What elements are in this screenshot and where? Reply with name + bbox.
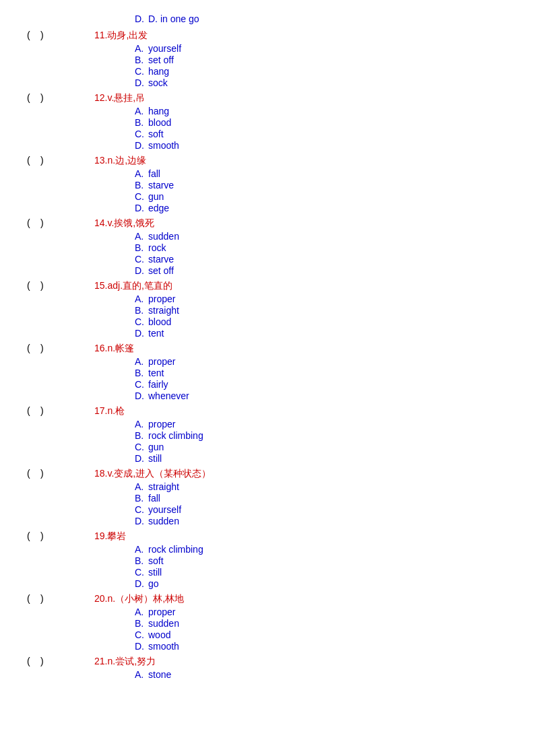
- option-letter-17-0: A.: [135, 419, 148, 429]
- option-line-11-2: C. hang: [27, 66, 508, 77]
- question-block-21: ()21.n. 尝试,努力A. stone: [27, 656, 508, 680]
- option-letter-12-3: D.: [135, 140, 148, 151]
- option-text-15-3: tent: [148, 328, 164, 339]
- option-letter-20-2: C.: [135, 629, 148, 640]
- option-text-11-1: set off: [148, 55, 174, 65]
- question-line-14: ()14.v. 挨饿,饿死: [27, 217, 508, 230]
- option-line-13-1: B. starve: [27, 180, 508, 191]
- option-letter-14-3: D.: [135, 265, 148, 276]
- question-number-15: 15.adj.: [94, 280, 123, 291]
- option-text-18-3: sudden: [148, 516, 179, 526]
- option-line-14-0: A. sudden: [27, 231, 508, 242]
- option-line-20-0: A. proper: [27, 607, 508, 617]
- question-number-18: 18.v.: [94, 468, 114, 479]
- option-line-20-1: B. sudden: [27, 618, 508, 629]
- option-letter-14-2: C.: [135, 254, 148, 265]
- question-chinese-11: 动身,出发: [107, 30, 148, 42]
- option-line-16-3: D. whenever: [27, 390, 508, 401]
- question-chinese-12: 悬挂,吊: [114, 92, 145, 104]
- question-chinese-21: 尝试,努力: [115, 656, 156, 668]
- question-chinese-15: 直的,笔直的: [123, 280, 172, 292]
- question-chinese-18: 变成,进入（某种状态）: [114, 468, 211, 480]
- option-letter-14-1: B.: [135, 242, 148, 253]
- option-text-20-2: wood: [148, 629, 170, 640]
- option-line-20-2: C. wood: [27, 629, 508, 640]
- option-line-19-2: C. still: [27, 567, 508, 578]
- option-text-13-2: gun: [148, 191, 164, 202]
- question-chinese-20: （小树）林,林地: [115, 593, 184, 605]
- option-line-17-0: A. proper: [27, 419, 508, 429]
- option-line-20-3: D. smooth: [27, 641, 508, 652]
- paren-left-19: (: [27, 530, 40, 541]
- option-letter-20-3: D.: [135, 641, 148, 652]
- question-block-17: ()17.n. 枪A. properB. rock climbingC. gun…: [27, 405, 508, 464]
- option-line-14-2: C. starve: [27, 254, 508, 265]
- option-letter-15-0: A.: [135, 294, 148, 304]
- option-text-19-1: soft: [148, 555, 164, 566]
- option-text-11-0: yourself: [148, 43, 181, 54]
- option-letter-19-0: A.: [135, 544, 148, 555]
- question-block-14: ()14.v. 挨饿,饿死A. suddenB. rockC. starveD.…: [27, 217, 508, 276]
- option-letter-12-2: C.: [135, 129, 148, 139]
- option-letter-12-1: B.: [135, 117, 148, 128]
- question-chinese-19: 攀岩: [107, 530, 126, 543]
- option-text-16-3: whenever: [148, 390, 189, 401]
- option-line-21-0: A. stone: [27, 669, 508, 680]
- option-letter-11-1: B.: [135, 55, 148, 65]
- option-text-16-2: fairly: [148, 379, 168, 390]
- question-block-18: ()18.v. 变成,进入（某种状态）A. straightB. fallC. …: [27, 468, 508, 526]
- paren-right-20: ): [40, 593, 94, 604]
- option-line-18-1: B. fall: [27, 493, 508, 504]
- option-text-20-3: smooth: [148, 641, 179, 652]
- paren-left-15: (: [27, 280, 40, 291]
- option-line-16-1: B. tent: [27, 368, 508, 378]
- question-line-20: ()20.n. （小树）林,林地: [27, 593, 508, 605]
- option-line-19-1: B. soft: [27, 555, 508, 566]
- paren-left-18: (: [27, 468, 40, 479]
- option-line-14-3: D. set off: [27, 265, 508, 276]
- paren-right-13: ): [40, 155, 94, 166]
- question-number-12: 12.v.: [94, 92, 114, 103]
- option-letter-15-1: B.: [135, 305, 148, 316]
- option-text-15-0: proper: [148, 294, 175, 304]
- option-line-16-2: C. fairly: [27, 379, 508, 390]
- option-text-12-2: soft: [148, 129, 164, 139]
- paren-right-18: ): [40, 468, 94, 479]
- paren-right-14: ): [40, 217, 94, 228]
- option-line-13-0: A. fall: [27, 168, 508, 179]
- option-text-21-0: stone: [148, 669, 171, 680]
- option-text-17-0: proper: [148, 419, 175, 429]
- question-line-15: ()15.adj. 直的,笔直的: [27, 280, 508, 292]
- option-line-12-3: D. smooth: [27, 140, 508, 151]
- option-text-19-0: rock climbing: [148, 544, 203, 555]
- option-text-19-3: go: [148, 578, 159, 589]
- option-letter-16-0: A.: [135, 356, 148, 367]
- option-text-13-1: starve: [148, 180, 174, 191]
- question-line-11: ()11. 动身,出发: [27, 30, 508, 42]
- option-letter-15-2: C.: [135, 316, 148, 327]
- option-line-19-3: D. go: [27, 578, 508, 589]
- option-text-16-1: tent: [148, 368, 164, 378]
- option-line-16-0: A. proper: [27, 356, 508, 367]
- option-text-11-2: hang: [148, 66, 169, 77]
- question-line-17: ()17.n. 枪: [27, 405, 508, 417]
- questions-list: ()11. 动身,出发A. yourselfB. set offC. hangD…: [27, 30, 508, 680]
- option-line-19-0: A. rock climbing: [27, 544, 508, 555]
- question-block-20: ()20.n. （小树）林,林地A. properB. suddenC. woo…: [27, 593, 508, 652]
- option-letter-16-2: C.: [135, 379, 148, 390]
- option-text-16-0: proper: [148, 356, 175, 367]
- option-line-11-0: A. yourself: [27, 43, 508, 54]
- question-block-15: ()15.adj. 直的,笔直的A. properB. straightC. b…: [27, 280, 508, 339]
- option-letter-13-2: C.: [135, 191, 148, 202]
- paren-left-20: (: [27, 593, 40, 604]
- option-text-14-2: starve: [148, 254, 174, 265]
- question-line-13: ()13.n. 边,边缘: [27, 155, 508, 167]
- top-d-option: D. D. in one go: [27, 13, 508, 24]
- paren-left-16: (: [27, 343, 40, 353]
- option-line-11-1: B. set off: [27, 55, 508, 65]
- option-letter-16-3: D.: [135, 390, 148, 401]
- option-letter-13-0: A.: [135, 168, 148, 179]
- option-text-12-0: hang: [148, 106, 169, 116]
- question-number-11: 11.: [94, 30, 107, 40]
- option-text-17-3: still: [148, 453, 162, 464]
